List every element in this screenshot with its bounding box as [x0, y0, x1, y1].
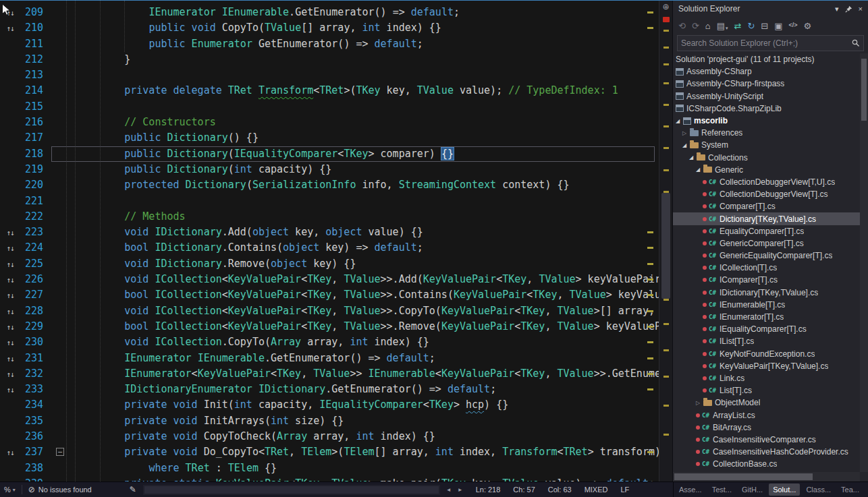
glyph-margin[interactable]	[0, 209, 20, 225]
line-number[interactable]: 230	[20, 334, 51, 350]
glyph-margin[interactable]: ↑↓	[0, 382, 20, 397]
tree-item[interactable]: C#IEnumerable[T].cs	[673, 299, 860, 311]
line-number[interactable]: 231	[20, 351, 51, 366]
column-indicator[interactable]: Col: 63	[548, 486, 572, 494]
code-line-237[interactable]: ↑↓237–private void Do_CopyTo<TRet, TElem…	[0, 444, 659, 460]
glyph-margin[interactable]: ↑↓	[0, 334, 20, 350]
line-number[interactable]: 227	[20, 287, 51, 303]
tree-item[interactable]: C#CollectionBase.cs	[673, 458, 860, 470]
zoom-control[interactable]: % ▾	[4, 486, 16, 494]
line-number[interactable]: 226	[20, 272, 51, 287]
tree-item[interactable]: C#CollectionDebuggerView[T].cs	[673, 188, 860, 200]
code-line-236[interactable]: 236private void CopyToCheck(Array array,…	[0, 429, 659, 444]
code-line-213[interactable]: 213	[0, 67, 659, 83]
code-line-223[interactable]: ↑↓223void IDictionary.Add(object key, ob…	[0, 225, 659, 240]
sync-active-document-icon[interactable]: ⇄	[734, 22, 741, 30]
scroll-right-arrow[interactable]: ►	[458, 487, 463, 493]
line-number[interactable]: 212	[20, 52, 51, 67]
code-line-239[interactable]: 239private static KeyValuePair<TKey, TVa…	[0, 476, 659, 481]
tree-item[interactable]: C#ArrayList.cs	[673, 409, 860, 421]
tool-window-tab[interactable]: Class...	[802, 484, 835, 496]
code-line-233[interactable]: ↑↓233IDictionaryEnumerator IDictionary.G…	[0, 382, 659, 397]
tree-item[interactable]: Assembly-CSharp	[673, 65, 860, 78]
refresh-icon[interactable]: ↻	[747, 22, 755, 30]
glyph-margin[interactable]	[0, 36, 20, 52]
tree-item[interactable]: Assembly-CSharp-firstpass	[673, 78, 860, 90]
tree-horizontal-scrollbar[interactable]	[673, 472, 860, 481]
tree-item[interactable]: Assembly-UnityScript	[673, 90, 860, 103]
glyph-margin[interactable]: ↑↓	[0, 256, 20, 272]
documents-icon[interactable]: ▤▾	[717, 22, 728, 30]
scrollbar-options-icon[interactable]: ⊕	[659, 1, 672, 13]
line-number[interactable]: 234	[20, 397, 51, 413]
tree-item[interactable]: C#CollectionDebuggerView[T,U].cs	[673, 176, 860, 188]
glyph-margin[interactable]: ↑↓	[0, 319, 20, 334]
glyph-margin[interactable]	[0, 461, 20, 476]
tree-item[interactable]: C#IEnumerator[T].cs	[673, 311, 860, 323]
code-line-221[interactable]: 221	[0, 194, 659, 209]
glyph-margin[interactable]	[0, 99, 20, 115]
scrollbar-thumb[interactable]	[674, 473, 813, 480]
tool-window-tab[interactable]: Solut...	[769, 484, 800, 496]
search-input[interactable]	[681, 38, 852, 48]
editor-vertical-scrollbar[interactable]: ⊕	[659, 1, 672, 481]
line-number[interactable]: 216	[20, 115, 51, 130]
glyph-margin[interactable]	[0, 146, 20, 162]
expanded-arrow-icon[interactable]: ◢	[696, 167, 703, 173]
line-number[interactable]: 233	[20, 382, 51, 397]
tree-item[interactable]: C#EqualityComparer[T].cs	[673, 225, 860, 237]
tree-item[interactable]: C#KeyNotFoundException.cs	[673, 348, 860, 360]
scrollbar-thumb[interactable]	[861, 59, 867, 121]
line-number[interactable]: 237	[20, 444, 51, 460]
line-number[interactable]: 224	[20, 240, 51, 256]
char-indicator[interactable]: Ch: 57	[513, 486, 535, 494]
line-number[interactable]: 214	[20, 83, 51, 98]
expanded-arrow-icon[interactable]: ◢	[682, 142, 690, 148]
code-line-224[interactable]: ↑↓224bool IDictionary.Contains(object ke…	[0, 240, 659, 256]
scrollbar-thumb[interactable]	[661, 193, 670, 299]
line-ending-indicator[interactable]: MIXED	[585, 486, 608, 494]
tree-item[interactable]: ▷References	[673, 127, 860, 139]
tree-item[interactable]: C#CaseInsensitiveHashCodeProvider.cs	[673, 446, 860, 458]
glyph-margin[interactable]: ↑↓	[0, 303, 20, 319]
tree-item[interactable]: C#IComparer[T].cs	[673, 274, 860, 286]
pin-icon[interactable]	[845, 5, 852, 13]
code-line-210[interactable]: ↑↓210public void CopyTo(TValue[] array, …	[0, 20, 659, 36]
close-icon[interactable]: ×	[859, 5, 863, 13]
glyph-margin[interactable]	[0, 130, 20, 146]
glyph-margin[interactable]	[0, 177, 20, 193]
glyph-margin[interactable]	[0, 67, 20, 83]
tree-item[interactable]: C#Comparer[T].cs	[673, 200, 860, 212]
collapsed-arrow-icon[interactable]: ▷	[682, 130, 690, 136]
glyph-margin[interactable]	[0, 83, 20, 98]
line-number[interactable]: 228	[20, 303, 51, 319]
code-line-218[interactable]: 218public Dictionary(IEqualityComparer<T…	[0, 146, 659, 162]
copy-icon[interactable]: ▣	[774, 22, 782, 30]
line-number[interactable]: 236	[20, 429, 51, 444]
code-line-234[interactable]: 234private void Init(int capacity, IEqua…	[0, 397, 659, 413]
glyph-margin[interactable]	[0, 52, 20, 67]
code-line-228[interactable]: ↑↓228void ICollection<KeyValuePair<TKey,…	[0, 303, 659, 319]
tree-item[interactable]: C#Dictionary[TKey,TValue].cs	[673, 212, 860, 225]
expanded-arrow-icon[interactable]: ◢	[676, 118, 683, 124]
line-number[interactable]: 238	[20, 461, 51, 476]
line-number[interactable]: 213	[20, 67, 51, 83]
line-number[interactable]: 210	[20, 20, 51, 36]
line-number[interactable]: 220	[20, 177, 51, 193]
tool-window-tab[interactable]: Test...	[708, 484, 736, 496]
tree-item[interactable]: C#IList[T].cs	[673, 335, 860, 347]
tree-item[interactable]: ◢mscorlib	[673, 115, 860, 127]
forward-icon[interactable]: ⟳	[692, 22, 699, 30]
glyph-margin[interactable]	[0, 194, 20, 209]
tree-item[interactable]: C#Link.cs	[673, 372, 860, 384]
tree-item[interactable]: C#ICollection[T].cs	[673, 262, 860, 274]
properties-icon[interactable]: ⚙	[804, 22, 812, 30]
code-line-238[interactable]: 238where TRet : TElem {}	[0, 461, 659, 476]
glyph-margin[interactable]: ↑↓	[0, 225, 20, 240]
tool-window-tab[interactable]: Tea...	[837, 484, 863, 496]
glyph-margin[interactable]	[0, 413, 20, 429]
line-number[interactable]: 225	[20, 256, 51, 272]
code-line-219[interactable]: 219public Dictionary(int capacity) {}	[0, 162, 659, 177]
scroll-left-arrow[interactable]: ◄	[446, 487, 452, 493]
tree-item[interactable]: ICSharpCode.SharpZipLib	[673, 103, 860, 115]
